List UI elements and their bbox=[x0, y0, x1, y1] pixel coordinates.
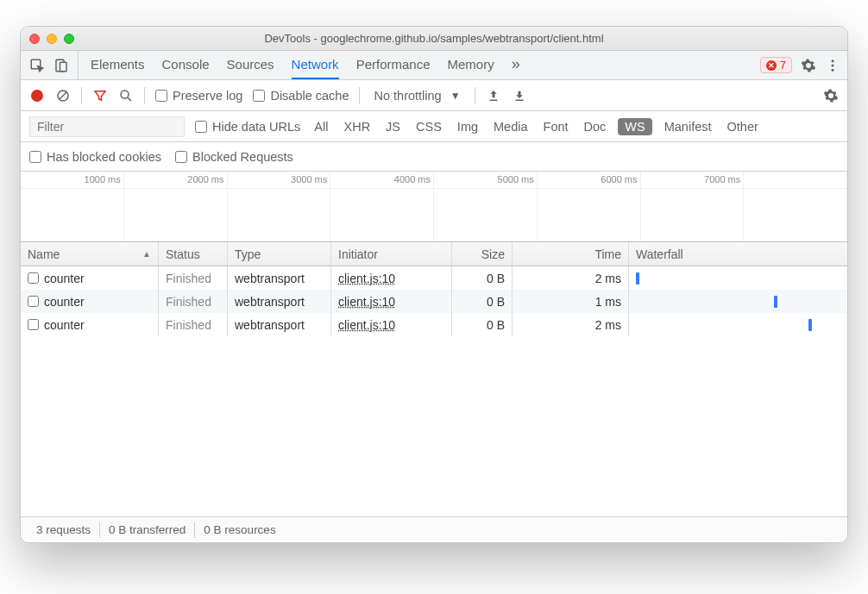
timeline-overview[interactable]: 1000 ms2000 ms3000 ms4000 ms5000 ms6000 … bbox=[21, 172, 847, 242]
separator bbox=[359, 87, 360, 104]
separator bbox=[144, 87, 145, 104]
timeline-ticks: 1000 ms2000 ms3000 ms4000 ms5000 ms6000 … bbox=[21, 172, 847, 189]
row-checkbox[interactable] bbox=[28, 272, 39, 284]
blocked-requests-checkbox[interactable]: Blocked Requests bbox=[175, 150, 293, 164]
tab-memory[interactable]: Memory bbox=[448, 51, 494, 79]
type-filter-ws[interactable]: WS bbox=[618, 118, 651, 135]
cell-name: counter bbox=[21, 290, 159, 313]
cell-waterfall bbox=[629, 313, 847, 336]
settings-gear-icon[interactable] bbox=[801, 58, 816, 73]
disable-cache-label: Disable cache bbox=[270, 89, 349, 103]
type-filter-other[interactable]: Other bbox=[724, 118, 762, 135]
timeline-tick: 3000 ms bbox=[228, 172, 331, 188]
type-filter-xhr[interactable]: XHR bbox=[340, 118, 374, 135]
column-header-type[interactable]: Type bbox=[228, 242, 331, 266]
preserve-log-label: Preserve log bbox=[173, 89, 242, 103]
main-tabs-bar: ElementsConsoleSourcesNetworkPerformance… bbox=[21, 51, 847, 80]
svg-point-5 bbox=[832, 68, 834, 71]
column-header-waterfall[interactable]: Waterfall bbox=[629, 242, 847, 266]
cell-status: Finished bbox=[159, 290, 228, 313]
column-header-status[interactable]: Status bbox=[159, 242, 228, 266]
svg-line-9 bbox=[128, 97, 131, 101]
type-filter-manifest[interactable]: Manifest bbox=[661, 118, 715, 135]
has-blocked-cookies-checkbox[interactable]: Has blocked cookies bbox=[29, 150, 161, 164]
type-filter-css[interactable]: CSS bbox=[412, 118, 445, 135]
network-settings-gear-icon[interactable] bbox=[823, 88, 839, 103]
cell-status: Finished bbox=[159, 313, 228, 336]
disable-cache-checkbox[interactable]: Disable cache bbox=[253, 89, 349, 103]
type-filter-doc[interactable]: Doc bbox=[581, 118, 610, 135]
tab-network[interactable]: Network bbox=[292, 51, 339, 79]
table-row[interactable]: counterFinishedwebtransportclient.js:100… bbox=[21, 266, 847, 290]
cell-size: 0 B bbox=[452, 290, 513, 313]
type-filter-all[interactable]: All bbox=[311, 118, 331, 135]
cell-name: counter bbox=[21, 266, 159, 290]
svg-point-3 bbox=[832, 59, 834, 62]
caret-down-icon: ▼ bbox=[450, 90, 461, 102]
upload-har-icon[interactable] bbox=[486, 88, 501, 103]
kebab-menu-icon[interactable] bbox=[825, 58, 840, 73]
record-button[interactable] bbox=[29, 88, 45, 103]
row-checkbox[interactable] bbox=[28, 319, 39, 330]
svg-rect-2 bbox=[60, 62, 67, 72]
filter-bar: Hide data URLs AllXHRJSCSSImgMediaFontDo… bbox=[21, 111, 847, 142]
initiator-link[interactable]: client.js:10 bbox=[338, 318, 395, 332]
column-header-initiator[interactable]: Initiator bbox=[331, 242, 452, 266]
timeline-tick bbox=[744, 172, 847, 188]
preserve-log-input[interactable] bbox=[155, 90, 167, 102]
search-icon[interactable] bbox=[118, 88, 134, 103]
tabs-right-cluster: ✕ 7 bbox=[760, 51, 847, 79]
timeline-tick: 4000 ms bbox=[330, 172, 434, 188]
tab-performance[interactable]: Performance bbox=[356, 51, 431, 79]
svg-point-8 bbox=[121, 91, 129, 98]
initiator-link[interactable]: client.js:10 bbox=[338, 272, 395, 285]
type-filter-js[interactable]: JS bbox=[382, 118, 404, 135]
status-transferred: 0 B transferred bbox=[100, 523, 194, 536]
waterfall-bar bbox=[774, 296, 777, 308]
error-icon: ✕ bbox=[766, 60, 777, 71]
filter-icon[interactable] bbox=[92, 88, 108, 103]
initiator-link[interactable]: client.js:10 bbox=[338, 295, 395, 309]
hide-data-urls-input[interactable] bbox=[195, 121, 207, 133]
disable-cache-input[interactable] bbox=[253, 90, 265, 102]
table-row[interactable]: counterFinishedwebtransportclient.js:100… bbox=[21, 290, 847, 313]
error-count-badge[interactable]: ✕ 7 bbox=[760, 57, 792, 73]
clear-icon[interactable] bbox=[55, 88, 71, 103]
more-tabs-button[interactable]: » bbox=[512, 51, 520, 79]
throttling-selector[interactable]: No throttling ▼ bbox=[370, 89, 463, 103]
type-filter-font[interactable]: Font bbox=[540, 118, 572, 135]
cell-initiator: client.js:10 bbox=[331, 290, 452, 313]
tab-sources[interactable]: Sources bbox=[227, 51, 274, 79]
table-row[interactable]: counterFinishedwebtransportclient.js:100… bbox=[21, 313, 847, 336]
tab-elements[interactable]: Elements bbox=[91, 51, 145, 79]
filter-input[interactable] bbox=[29, 116, 185, 137]
requests-table-body[interactable]: counterFinishedwebtransportclient.js:100… bbox=[21, 266, 847, 516]
column-header-name[interactable]: Name ▲ bbox=[21, 242, 159, 266]
separator bbox=[475, 87, 475, 104]
cell-initiator: client.js:10 bbox=[331, 266, 452, 290]
window-title: DevTools - googlechrome.github.io/sample… bbox=[21, 32, 847, 45]
cell-time: 2 ms bbox=[513, 266, 629, 290]
titlebar[interactable]: DevTools - googlechrome.github.io/sample… bbox=[21, 27, 847, 51]
waterfall-bar bbox=[636, 272, 639, 284]
row-checkbox[interactable] bbox=[28, 296, 39, 307]
inspect-element-icon[interactable] bbox=[29, 58, 45, 73]
type-filter-media[interactable]: Media bbox=[490, 118, 531, 135]
device-toolbar-icon[interactable] bbox=[53, 58, 69, 73]
has-blocked-cookies-input[interactable] bbox=[29, 151, 41, 163]
tab-console[interactable]: Console bbox=[162, 51, 210, 79]
throttling-label: No throttling bbox=[374, 89, 441, 103]
cell-time: 2 ms bbox=[513, 313, 629, 336]
hide-data-urls-checkbox[interactable]: Hide data URLs bbox=[195, 120, 300, 134]
preserve-log-checkbox[interactable]: Preserve log bbox=[155, 89, 242, 103]
column-header-size[interactable]: Size bbox=[452, 242, 513, 266]
blocked-requests-input[interactable] bbox=[175, 151, 187, 163]
download-har-icon[interactable] bbox=[512, 88, 527, 103]
cell-time: 1 ms bbox=[513, 290, 629, 313]
devtools-window: DevTools - googlechrome.github.io/sample… bbox=[20, 26, 848, 543]
type-filter-img[interactable]: Img bbox=[454, 118, 481, 135]
timeline-tick: 2000 ms bbox=[124, 172, 228, 188]
filter-bar-secondary: Has blocked cookies Blocked Requests bbox=[21, 142, 847, 172]
column-header-time[interactable]: Time bbox=[513, 242, 629, 266]
svg-rect-10 bbox=[489, 99, 497, 101]
